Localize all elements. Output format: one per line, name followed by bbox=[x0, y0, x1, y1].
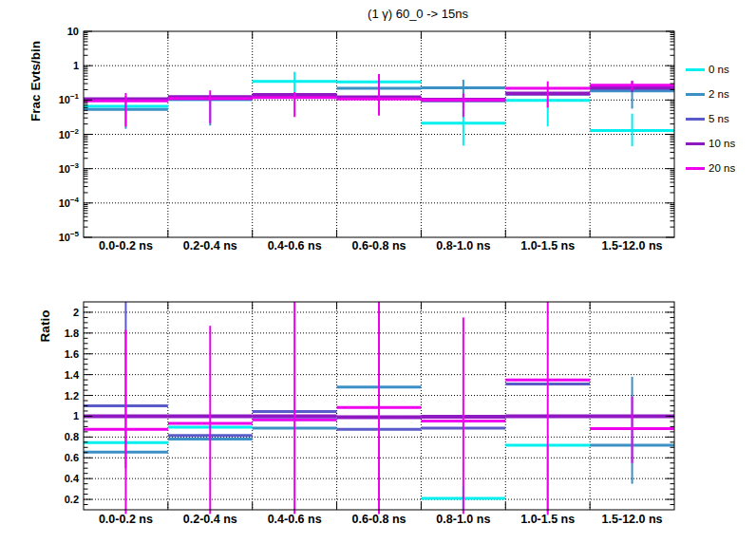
legend-label: 10 ns bbox=[709, 138, 735, 149]
ytick-label: 10−1 bbox=[59, 92, 80, 105]
bin-label: 1.5-12.0 ns bbox=[602, 513, 663, 526]
top-grid bbox=[84, 31, 674, 237]
bin-label: 0.4-0.6 ns bbox=[268, 239, 322, 253]
ytick-label: 1.6 bbox=[65, 348, 79, 360]
bin-label: 0.0-0.2 ns bbox=[99, 239, 153, 253]
ytick-label: 10−4 bbox=[59, 196, 80, 209]
legend-line-swatch bbox=[686, 118, 705, 121]
legend-line-swatch bbox=[686, 68, 705, 71]
ytick-label: 10 bbox=[67, 26, 79, 37]
ytick-label: 0.6 bbox=[65, 452, 79, 463]
top-xtick-labels: 0.0-0.2 ns0.2-0.4 ns0.4-0.6 ns0.6-0.8 ns… bbox=[99, 239, 663, 253]
top-ytick-labels: 10110−110−210−310−410−5 bbox=[59, 26, 80, 243]
legend-entry-10ns: 10 ns bbox=[686, 131, 756, 156]
ytick-label: 1.4 bbox=[65, 369, 80, 381]
ytick-label: 1.2 bbox=[65, 390, 79, 402]
legend-label: 2 ns bbox=[709, 88, 729, 100]
bin-label: 0.6-0.8 ns bbox=[352, 513, 406, 526]
legend-entry-0ns: 0 ns bbox=[686, 57, 756, 82]
ytick-label: 0.4 bbox=[65, 473, 80, 484]
legend-line-swatch bbox=[686, 142, 705, 145]
bin-label: 0.2-0.4 ns bbox=[183, 239, 237, 253]
legend-entry-20ns: 20 ns bbox=[686, 156, 756, 180]
ytick-label: 0.8 bbox=[65, 431, 79, 442]
bin-label: 0.8-1.0 ns bbox=[436, 239, 490, 253]
ytick-label: 1 bbox=[73, 60, 79, 71]
bottom-series-20ns bbox=[84, 302, 674, 515]
bottom-panel: 0.20.40.60.811.21.41.61.820.0-0.2 ns0.2-… bbox=[65, 302, 674, 526]
plots-svg: 10110−110−210−310−410−50.0-0.2 ns0.2-0.4… bbox=[0, 0, 756, 543]
bin-label: 0.2-0.4 ns bbox=[183, 513, 237, 526]
root-canvas: (1 γ) 60_0 -> 15ns Frac Evts/bin Ratio 1… bbox=[0, 0, 756, 543]
bin-label: 1.5-12.0 ns bbox=[602, 239, 663, 253]
legend-line-swatch bbox=[686, 167, 705, 170]
bottom-xtick-labels: 0.0-0.2 ns0.2-0.4 ns0.4-0.6 ns0.6-0.8 ns… bbox=[99, 513, 663, 526]
legend-label: 5 ns bbox=[709, 113, 729, 124]
bottom-ytick-labels: 0.20.40.60.811.21.41.61.82 bbox=[65, 307, 80, 505]
bin-label: 1.0-1.5 ns bbox=[520, 513, 575, 526]
legend: 0 ns2 ns5 ns10 ns20 ns bbox=[686, 57, 756, 180]
ytick-label: 10−3 bbox=[59, 161, 80, 175]
ytick-label: 0.2 bbox=[65, 494, 79, 505]
top-panel: 10110−110−210−310−410−50.0-0.2 ns0.2-0.4… bbox=[59, 26, 674, 253]
legend-entry-2ns: 2 ns bbox=[686, 82, 756, 106]
bin-label: 0.6-0.8 ns bbox=[352, 239, 406, 253]
ytick-label: 2 bbox=[73, 307, 79, 318]
legend-label: 0 ns bbox=[709, 64, 729, 75]
bin-label: 1.0-1.5 ns bbox=[520, 239, 575, 253]
ytick-label: 10−2 bbox=[59, 127, 80, 140]
ytick-label: 10−5 bbox=[59, 230, 80, 243]
legend-label: 20 ns bbox=[709, 162, 735, 174]
ytick-label: 1 bbox=[73, 410, 79, 421]
legend-line-swatch bbox=[686, 93, 705, 96]
legend-entry-5ns: 5 ns bbox=[686, 106, 756, 131]
bin-label: 0.0-0.2 ns bbox=[99, 513, 153, 526]
bin-label: 0.8-1.0 ns bbox=[436, 513, 490, 526]
bin-label: 0.4-0.6 ns bbox=[268, 513, 322, 526]
ytick-label: 1.8 bbox=[65, 328, 79, 339]
